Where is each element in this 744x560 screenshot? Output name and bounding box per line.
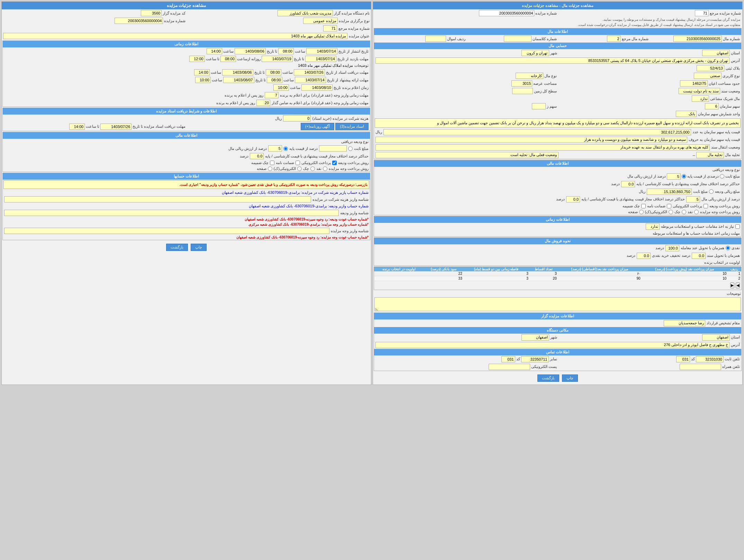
- right-base-percent-input[interactable]: 5: [268, 145, 282, 152]
- cash-percent-sale[interactable]: 100.0: [665, 245, 679, 251]
- partner-input[interactable]: ندارد: [692, 96, 709, 102]
- ground-input[interactable]: سند به نام دولت نیست: [679, 88, 720, 94]
- prev-button[interactable]: ◀: [736, 282, 740, 288]
- transfer-input[interactable]: 0.0: [692, 253, 706, 259]
- discount-input[interactable]: 0.0: [637, 253, 651, 259]
- right-page-radio[interactable]: [268, 166, 272, 171]
- fixed-amount-radio[interactable]: [709, 189, 714, 194]
- share-id-input[interactable]: [4, 196, 311, 202]
- receive-from-input[interactable]: 1403/07/26: [294, 69, 325, 75]
- offer-from-input[interactable]: 1403/07/14: [305, 56, 336, 62]
- ref-number-input[interactable]: 71: [695, 10, 709, 16]
- receive-deadline-time[interactable]: 14:00: [69, 124, 85, 130]
- auction-number-input[interactable]: 2003003560000004: [479, 10, 534, 16]
- offer-to-time2[interactable]: 08:00: [220, 56, 236, 62]
- percent-radio[interactable]: [682, 174, 686, 179]
- phone-input[interactable]: 32331030: [696, 356, 724, 362]
- price-per-share-input[interactable]: سیصد و دو میلیارد و شانصد و هفده میلیون …: [375, 137, 687, 143]
- mal-action-status-input[interactable]: وضعیت فعلی مال: تحلیه است: [375, 152, 559, 158]
- deviation-input[interactable]: 0.0: [566, 196, 580, 202]
- province-input[interactable]: اصفهان: [702, 50, 730, 56]
- not-have-input[interactable]: ندارد: [646, 224, 660, 230]
- offer-to-input[interactable]: 1403/07/19: [262, 56, 293, 62]
- code-input[interactable]: 3560: [141, 10, 162, 16]
- doc-type-button[interactable]: اسناد مزایده(3): [335, 123, 369, 130]
- surface-input[interactable]: 3015: [511, 80, 532, 87]
- row-mal-input[interactable]: [425, 36, 446, 42]
- fixed-radio[interactable]: [720, 174, 724, 179]
- mobile-input[interactable]: [680, 364, 721, 370]
- right-percent-radio[interactable]: [283, 146, 288, 151]
- ad-type-button[interactable]: آگهی روزنامه(+): [301, 123, 335, 130]
- announce-time[interactable]: 10:00: [273, 84, 289, 91]
- block-input[interactable]: 52/4/13: [697, 65, 724, 71]
- participation-fee-input[interactable]: 0: [283, 115, 311, 121]
- account-note-checkbox[interactable]: [735, 224, 740, 229]
- right-elec-radio[interactable]: [297, 166, 302, 171]
- deposit-id-input[interactable]: [4, 210, 339, 216]
- share-unit-input[interactable]: [532, 103, 546, 109]
- mal-action-input[interactable]: تحلیه مال: [696, 152, 724, 158]
- auction-type-input[interactable]: مزایده عمومی: [303, 18, 338, 24]
- address2-input[interactable]: خ مطهری ح فاصل ابوذر و ادر-داخلی 276: [375, 342, 729, 348]
- ground2-input[interactable]: [512, 88, 533, 94]
- right-electronic-checkbox[interactable]: [332, 161, 337, 165]
- province2-input[interactable]: اصفهان: [702, 334, 730, 341]
- print-button-left[interactable]: چاپ: [562, 374, 578, 382]
- phone-code-input[interactable]: 031: [676, 356, 690, 362]
- description-textarea[interactable]: [374, 297, 741, 311]
- next-button[interactable]: ▶: [730, 282, 734, 288]
- address-input[interactable]: تهران و کرون - بخش مرکزی شهرک صنعتی تبرا…: [375, 57, 729, 64]
- area-input[interactable]: 1462/75: [680, 80, 708, 87]
- cash-radio[interactable]: [694, 210, 699, 214]
- right-check-radio[interactable]: [310, 166, 315, 171]
- back-button-left[interactable]: بازگشت: [537, 374, 559, 382]
- offer-to-time3[interactable]: 12:00: [189, 56, 205, 62]
- print-button-right[interactable]: چاپ: [191, 244, 207, 251]
- check-checkbox[interactable]: [641, 204, 646, 208]
- winner-id-input[interactable]: [4, 228, 329, 234]
- right-max-deviation-input[interactable]: 0.0: [250, 153, 264, 159]
- max-deviation-input[interactable]: 0.0: [621, 181, 635, 187]
- cash-sale-radio[interactable]: [726, 246, 730, 250]
- publish-to-time[interactable]: 14:00: [207, 48, 222, 54]
- winner-days2-input[interactable]: 20: [256, 100, 270, 106]
- receive-from-time[interactable]: 08:00: [266, 69, 281, 75]
- contract-input[interactable]: رضا جمعه‌سدیان: [664, 320, 705, 326]
- right-check-checkbox[interactable]: [270, 161, 274, 165]
- auction-num-input[interactable]: 2003003560000004: [115, 18, 163, 24]
- mal-number-input[interactable]: 2103003560000025: [673, 36, 722, 42]
- back-button-right[interactable]: بازگشت: [166, 244, 188, 251]
- deposit-amount-input[interactable]: 15,130,860,750: [647, 189, 692, 195]
- receive-to-time[interactable]: 14:00: [194, 69, 210, 75]
- city-input[interactable]: تهران و کرون: [521, 50, 549, 56]
- publish-from-input[interactable]: 1403/07/14: [306, 48, 337, 54]
- page-radio[interactable]: [639, 210, 644, 214]
- offer2-to-input[interactable]: 1403/08/07: [223, 77, 254, 83]
- auction-link[interactable]: مشاهده جزئیات مزایده: [522, 3, 558, 8]
- guarantee-checkbox[interactable]: [667, 204, 671, 208]
- base-percent-input[interactable]: 5: [667, 173, 681, 180]
- share-note-input[interactable]: بانک: [676, 111, 697, 117]
- announce-input[interactable]: 1403/08/10: [301, 84, 333, 91]
- offer2-from-time[interactable]: 08:00: [267, 77, 282, 83]
- city2-input[interactable]: اصفهان: [521, 334, 549, 341]
- email-input[interactable]: [489, 364, 530, 370]
- right-fixed-input[interactable]: [319, 145, 347, 152]
- receive-deadline-input[interactable]: 1403/07/26: [100, 124, 131, 130]
- elec-radio[interactable]: [669, 210, 673, 214]
- publish-from-time[interactable]: 08:00: [278, 48, 294, 54]
- publish-to-input[interactable]: 1403/08/06: [235, 48, 266, 54]
- winner-days-input[interactable]: 7: [265, 92, 279, 98]
- usage-input[interactable]: صنعتی: [694, 73, 722, 79]
- fax-input[interactable]: 32350711: [521, 356, 549, 362]
- receive-to-input[interactable]: 1403/08/06: [222, 69, 253, 75]
- all-costs-input[interactable]: کلیه هزینه های بهره برداری و انتقال سند …: [375, 144, 710, 151]
- auction-title-input[interactable]: مزایده املاک تملیکی مهر ماه 1403: [3, 33, 347, 39]
- right-guarantee-checkbox[interactable]: [296, 161, 300, 165]
- mal-type-input[interactable]: کارخانه: [516, 73, 543, 79]
- class-input[interactable]: [504, 36, 532, 42]
- bond-input[interactable]: 302,617,215,000: [383, 129, 691, 135]
- bank-input[interactable]: مدیریت شعب بانک کشاورز: [278, 10, 333, 16]
- share-count-input[interactable]: 6: [705, 103, 719, 109]
